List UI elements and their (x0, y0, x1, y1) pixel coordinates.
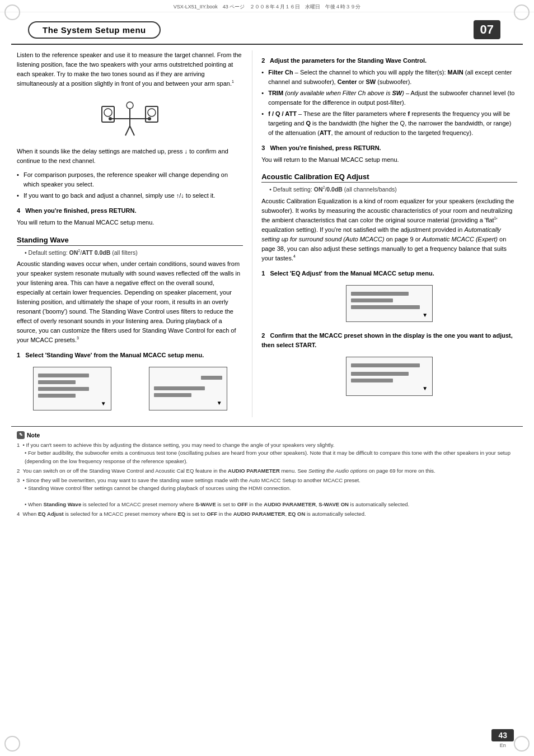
step2-aq-heading: 2 Confirm that the MCACC preset shown in… (261, 331, 517, 350)
right-column: 2 Adjust the parameters for the Standing… (252, 50, 517, 417)
fqatt-bullet: f / Q / ATT – These are the filter param… (261, 109, 517, 138)
note-icon: ✎ (17, 431, 25, 439)
page-lang: En (500, 743, 506, 748)
step3-label: 3 When you're finished, press RETURN. (261, 143, 517, 153)
bar1 (38, 374, 90, 377)
bar4 (38, 394, 76, 398)
svg-rect-1 (104, 109, 112, 116)
svg-line-9 (125, 126, 130, 136)
eq-bar3 (351, 305, 420, 309)
filter-ch-bullet: Filter Ch – Select the channel to which … (261, 68, 517, 87)
page-number: 43 (491, 729, 514, 741)
corner-decoration-bl (4, 736, 20, 752)
svg-rect-3 (148, 109, 156, 116)
eq-adjust-display-wrap: ▼ (261, 282, 517, 325)
corner-decoration-tr (514, 4, 530, 20)
note-label: Note (27, 432, 40, 438)
step1-standing-wave-label: 1 Select 'Standing Wave' from the Manual… (17, 351, 243, 360)
left-column: Listen to the reference speaker and use … (17, 50, 252, 417)
eq-bar2 (351, 298, 393, 302)
eq2-bar3 (351, 379, 393, 382)
step1-aq-label: 1 Select 'EQ Adjust' from the Manual MCA… (261, 269, 517, 278)
trim-bullet: TRIM (only available when Filter Ch abov… (261, 88, 517, 108)
page-header: The System Setup menu 07 (11, 16, 523, 45)
file-info: VSX-LX51_IIY.book 43 ページ ２００８年４月１６日 水曜日 … (0, 0, 534, 12)
bullet-go-back: If you want to go back and adjust a chan… (17, 191, 243, 200)
eq-adjust-step2-display: ▼ (346, 357, 433, 396)
bar2 (38, 380, 76, 384)
eq2-bar1 (351, 363, 420, 367)
step3-text: You will return to the Manual MCACC setu… (261, 155, 517, 165)
note-section: ✎ Note 1 • If you can't seem to achieve … (11, 426, 523, 525)
page-title: The System Setup menu (28, 21, 161, 39)
aq-cal-body: Acoustic Calibration Equalization is a k… (261, 197, 517, 263)
eq-adjust-step2-display-wrap: ▼ (261, 353, 517, 399)
step2-bullets: Filter Ch – Select the channel to which … (261, 68, 517, 138)
bullet-list-delay: For comparison purposes, the reference s… (17, 170, 243, 200)
standing-wave-body: Acoustic standing waves occur when, unde… (17, 259, 243, 345)
bullet-comparison: For comparison purposes, the reference s… (17, 170, 243, 189)
eq-adjust-display: ▼ (346, 285, 433, 322)
display-screen-left: ▼ (33, 367, 111, 410)
note-item-3: 3 • Since they will be overwritten, you … (17, 477, 517, 508)
note-title: ✎ Note (17, 431, 517, 439)
bar3 (38, 387, 90, 391)
eq2-bar2 (351, 372, 409, 376)
standing-wave-default: • Default setting: ON2/ATT 0.0dB (all fi… (17, 248, 243, 257)
para-delay-matched: When it sounds like the delay settings a… (17, 147, 243, 166)
svg-line-10 (130, 126, 134, 136)
main-content: Listen to the reference speaker and use … (0, 50, 534, 417)
bar-r1 (154, 386, 205, 390)
eq-bar1 (351, 292, 409, 296)
step4-label: 4 When you're finished, press RETURN. (17, 206, 243, 216)
bar-right-top (201, 376, 222, 380)
corner-decoration-br (514, 736, 530, 752)
step2-heading: 2 Adjust the parameters for the Standing… (261, 56, 517, 66)
arrow-down-left: ▼ (38, 400, 106, 407)
speaker-diagram (17, 95, 243, 140)
standing-wave-display-wrap: ▼ ▼ (17, 363, 243, 414)
eq-arrow-down: ▼ (351, 312, 428, 318)
arrow-down-right: ▼ (154, 400, 222, 406)
footnote-ref-3: 3 (77, 336, 79, 340)
bar-r2 (154, 393, 191, 397)
page-footer: 43 En (491, 729, 514, 748)
aq-cal-heading: Acoustic Calibration EQ Adjust (261, 172, 517, 183)
display-screen-right: ▼ (149, 367, 227, 410)
note-item-4: 4 When EQ Adjust is selected for a MCACC… (17, 510, 517, 518)
footnote-ref-1: 1 (232, 80, 234, 83)
svg-point-8 (148, 117, 151, 120)
intro-paragraph: Listen to the reference speaker and use … (17, 50, 243, 88)
corner-decoration-tl (4, 4, 20, 20)
standing-wave-heading: Standing Wave (17, 236, 243, 246)
aq-cal-default: • Default setting: ON2/0.0dB (all channe… (261, 185, 517, 194)
eq2-arrow-down: ▼ (351, 385, 428, 391)
step4-text: You will return to the Manual MCACC setu… (17, 218, 243, 227)
note-item-2: 2 You can switch on or off the Standing … (17, 467, 517, 475)
svg-point-4 (127, 102, 133, 109)
svg-point-7 (109, 117, 112, 120)
chapter-number: 07 (474, 20, 500, 39)
note-item-1: 1 • If you can't seem to achieve this by… (17, 441, 517, 465)
